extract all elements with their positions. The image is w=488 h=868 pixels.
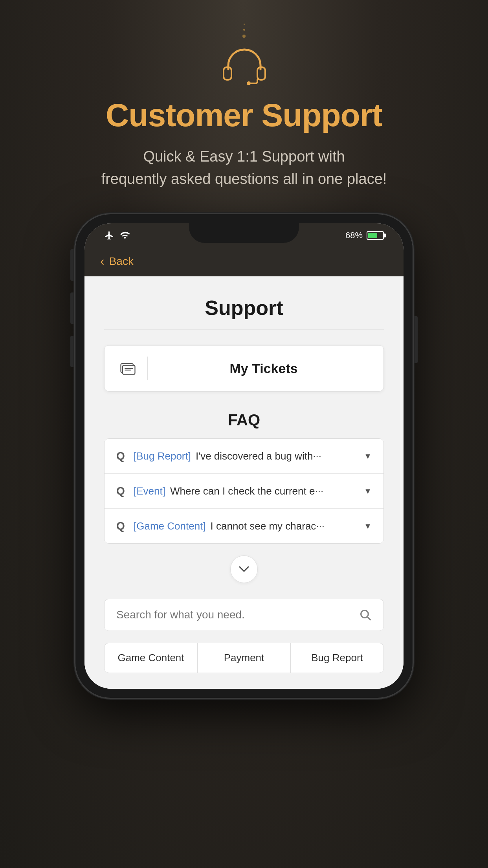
- decoration-dots: [0, 24, 488, 38]
- page-subtitle: Quick & Easy 1:1 Support with frequently…: [87, 145, 401, 190]
- faq-text: I cannot see my charac···: [211, 520, 360, 532]
- status-right: 68%: [345, 230, 384, 241]
- phone-mockup: 68% ‹ Back Support: [75, 214, 413, 698]
- category-tabs: Game Content Payment Bug Report: [104, 643, 384, 673]
- back-button[interactable]: ‹ Back: [100, 254, 134, 268]
- wifi-icon: [119, 230, 131, 241]
- tickets-label: My Tickets: [160, 361, 368, 376]
- svg-point-2: [247, 81, 251, 85]
- back-label: Back: [109, 255, 134, 268]
- tab-game-content[interactable]: Game Content: [105, 643, 198, 673]
- faq-title: FAQ: [104, 411, 384, 429]
- support-title: Support: [104, 296, 384, 320]
- faq-item[interactable]: Q [Game Content] I cannot see my charac·…: [105, 509, 383, 543]
- faq-text: I've discovered a bug with···: [196, 450, 360, 462]
- phone-mockup-container: 68% ‹ Back Support: [0, 214, 488, 698]
- chevron-left-icon: ‹: [100, 254, 105, 268]
- expand-btn-container: [104, 555, 384, 583]
- svg-line-6: [367, 617, 371, 620]
- chevron-down-icon: [238, 565, 250, 573]
- phone-screen: 68% ‹ Back Support: [84, 223, 404, 689]
- faq-dropdown-icon: ▼: [364, 522, 372, 531]
- main-content: Support My Tickets FAQ: [84, 276, 404, 689]
- faq-text: Where can I check the current e···: [170, 485, 360, 497]
- battery-icon: [367, 231, 384, 240]
- battery-percent: 68%: [345, 230, 363, 241]
- search-icon: [359, 609, 372, 621]
- tab-payment[interactable]: Payment: [198, 643, 291, 673]
- faq-tag-event: [Event]: [134, 485, 165, 497]
- faq-item[interactable]: Q [Bug Report] I've discovered a bug wit…: [105, 439, 383, 474]
- search-input[interactable]: [116, 609, 359, 621]
- search-box: [104, 599, 384, 631]
- faq-item[interactable]: Q [Event] Where can I check the current …: [105, 474, 383, 509]
- expand-more-button[interactable]: [230, 555, 258, 583]
- nav-bar: ‹ Back: [84, 246, 404, 276]
- status-left: [104, 230, 131, 241]
- my-tickets-button[interactable]: My Tickets: [104, 345, 384, 392]
- status-bar: 68%: [84, 223, 404, 246]
- faq-q-label: Q: [116, 485, 126, 497]
- headset-icon: [220, 46, 268, 85]
- title-divider: [104, 329, 384, 329]
- tickets-icon: [120, 360, 136, 377]
- tickets-icon-box: [120, 357, 148, 380]
- airplane-icon: [104, 230, 114, 241]
- faq-tag-bug-report: [Bug Report]: [134, 450, 191, 462]
- svg-point-5: [361, 611, 369, 618]
- tab-bug-report[interactable]: Bug Report: [291, 643, 383, 673]
- faq-tag-game-content: [Game Content]: [134, 520, 206, 532]
- page-title: Customer Support: [0, 97, 488, 134]
- faq-dropdown-icon: ▼: [364, 487, 372, 496]
- faq-list: Q [Bug Report] I've discovered a bug wit…: [104, 438, 384, 544]
- faq-q-label: Q: [116, 520, 126, 532]
- faq-dropdown-icon: ▼: [364, 452, 372, 461]
- notch: [189, 223, 299, 243]
- faq-q-label: Q: [116, 450, 126, 462]
